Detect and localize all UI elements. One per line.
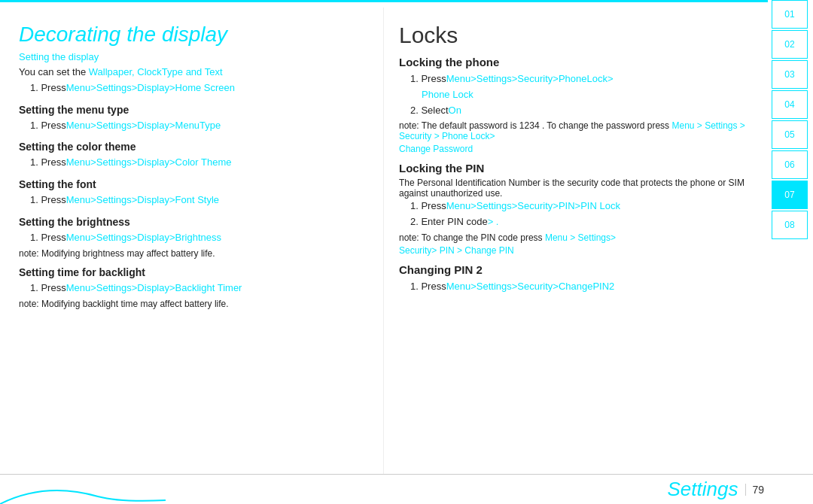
- locking-phone-step1-cyan2: Phone Lock: [422, 89, 473, 100]
- font-prefix: 1. Press: [30, 194, 66, 205]
- locking-pin-step1: 1. PressMenu>Settings>Security>PIN>PIN L…: [399, 199, 757, 214]
- locking-pin-step2-prefix: 2. Enter PIN code: [410, 216, 488, 227]
- color-theme-heading: Setting the color theme: [19, 141, 368, 153]
- locking-pin-step1-cyan: Menu>Settings>Security>PIN>PIN Lock: [446, 200, 620, 211]
- left-column: Decorating the display Setting the displ…: [0, 8, 384, 474]
- setting-display-heading: Setting the display: [19, 51, 368, 62]
- locking-phone-step1-cyan: Menu>Settings>Security>PhoneLock>: [446, 73, 614, 84]
- locking-pin-description: The Personal Identification Number is th…: [399, 178, 757, 199]
- locking-phone-step2-cyan: On: [449, 105, 461, 116]
- locking-phone-step1-cont: Phone Lock: [399, 87, 757, 103]
- locking-pin-note-cyan1: Menu > Settings>: [545, 232, 616, 243]
- brightness-prefix: 1. Press: [30, 232, 66, 243]
- locking-phone-step2: 2. SelectOn: [399, 103, 757, 119]
- color-theme-step1: 1. PressMenu>Settings>Display>Color Them…: [19, 155, 368, 171]
- tab-06[interactable]: 06: [772, 150, 808, 179]
- tab-01[interactable]: 01: [772, 0, 808, 29]
- right-column: Locks Locking the phone 1. PressMenu>Set…: [384, 8, 768, 474]
- step1-cyan: Menu>Settings>Display>Home Screen: [66, 82, 235, 93]
- backlight-prefix: 1. Press: [30, 282, 66, 293]
- menu-type-cyan: Menu>Settings>Display>MenuType: [66, 120, 221, 131]
- backlight-heading: Setting time for backlight: [19, 266, 368, 278]
- bottom-settings-label: Settings: [667, 478, 738, 501]
- changing-pin2-step1: 1. PressMenu>Settings>Security>ChangePIN…: [399, 279, 757, 295]
- backlight-note: note: Modifying backlight time may affec…: [19, 299, 368, 309]
- locks-title: Locks: [399, 23, 757, 48]
- left-title: Decorating the display: [19, 23, 368, 47]
- tab-03[interactable]: 03: [772, 60, 808, 89]
- menu-type-step1: 1. PressMenu>Settings>Display>MenuType: [19, 118, 368, 134]
- locking-pin-step2-cyan: > .: [488, 216, 499, 227]
- locking-phone-change-pw: Change Password: [399, 144, 473, 154]
- locking-phone-step1-prefix: 1. Press: [410, 73, 446, 84]
- menu-type-heading: Setting the menu type: [19, 104, 368, 116]
- tab-02[interactable]: 02: [772, 30, 808, 59]
- brightness-step1: 1. PressMenu>Settings>Display>Brightness: [19, 230, 368, 246]
- main-content: Decorating the display Setting the displ…: [0, 8, 768, 474]
- side-tabs: 01 02 03 04 05 06 07 08: [772, 0, 813, 241]
- locking-phone-step1: 1. PressMenu>Settings>Security>PhoneLock…: [399, 71, 757, 87]
- backlight-cyan: Menu>Settings>Display>Backlight Timer: [66, 282, 242, 293]
- step1-prefix: 1. Press: [30, 82, 66, 93]
- color-theme-cyan: Menu>Settings>Display>Color Theme: [66, 156, 232, 168]
- locking-phone-note2: Change Password: [399, 144, 757, 154]
- locking-phone-heading: Locking the phone: [399, 56, 757, 68]
- changing-pin2-heading: Changing PIN 2: [399, 263, 757, 276]
- locking-pin-note2: Security> PIN > Change PIN: [399, 245, 757, 256]
- bottom-deco: [0, 474, 166, 504]
- setting-display-cyan: Wallpaper, ClockType and Text: [89, 66, 223, 77]
- font-cyan: Menu>Settings>Display>Font Style: [66, 194, 219, 205]
- top-border: [0, 0, 768, 2]
- locking-phone-note-text: note: The default password is 1234 . To …: [399, 120, 669, 131]
- locking-phone-step2-prefix: 2. Select: [410, 105, 449, 116]
- bottom-bar: Settings 79: [0, 474, 813, 504]
- tab-04[interactable]: 04: [772, 90, 808, 119]
- changing-pin2-step1-prefix: 1. Press: [410, 281, 446, 292]
- tab-08[interactable]: 08: [772, 211, 808, 239]
- menu-type-prefix: 1. Press: [30, 120, 66, 131]
- brightness-note: note: Modifying brightness may affect ba…: [19, 248, 368, 259]
- setting-display-intro-text: You can set the: [19, 66, 86, 77]
- brightness-cyan: Menu>Settings>Display>Brightness: [66, 232, 221, 243]
- locking-pin-step1-prefix: 1. Press: [410, 200, 446, 211]
- locking-pin-note: note: To change the PIN code press Menu …: [399, 232, 757, 243]
- locking-pin-note-text: note: To change the PIN code press: [399, 232, 543, 243]
- changing-pin2-step1-cyan: Menu>Settings>Security>ChangePIN2: [446, 281, 615, 292]
- backlight-step1: 1. PressMenu>Settings>Display>Backlight …: [19, 281, 368, 296]
- color-theme-prefix: 1. Press: [30, 156, 66, 168]
- locking-phone-note: note: The default password is 1234 . To …: [399, 120, 757, 141]
- tab-05[interactable]: 05: [772, 120, 808, 149]
- setting-display-intro-line: You can set the Wallpaper, ClockType and…: [19, 65, 368, 80]
- locking-pin-step2: 2. Enter PIN code> .: [399, 214, 757, 230]
- locking-pin-heading: Locking the PIN: [399, 162, 757, 175]
- font-step1: 1. PressMenu>Settings>Display>Font Style: [19, 193, 368, 208]
- setting-display-step1: 1. PressMenu>Settings>Display>Home Scree…: [19, 80, 368, 96]
- tab-07[interactable]: 07: [772, 181, 808, 209]
- page-number: 79: [745, 484, 764, 496]
- brightness-heading: Setting the brightness: [19, 216, 368, 228]
- font-heading: Setting the font: [19, 178, 368, 190]
- locking-pin-note-cyan2: Security> PIN > Change PIN: [399, 245, 514, 256]
